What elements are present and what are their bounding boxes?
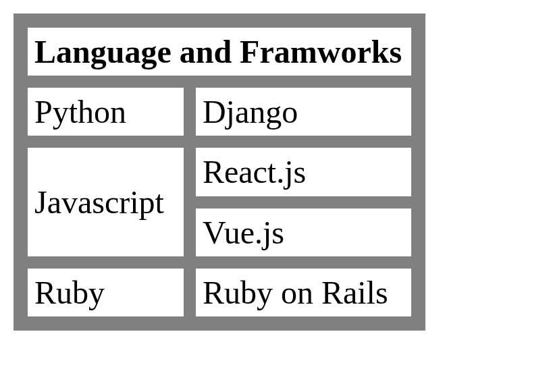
framework-cell: Vue.js (192, 205, 415, 260)
table-row: Python Django (24, 84, 415, 139)
table-row: Javascript React.js (24, 144, 415, 199)
framework-cell: Ruby on Rails (192, 265, 415, 320)
language-cell: Javascript (24, 144, 187, 259)
framework-cell: Django (192, 84, 415, 139)
table-row: Ruby Ruby on Rails (24, 265, 415, 320)
framework-cell: React.js (192, 144, 415, 199)
language-cell: Ruby (24, 265, 187, 320)
language-frameworks-table: Language and Framworks Python Django Jav… (14, 13, 425, 331)
language-cell: Python (24, 84, 187, 139)
table-header: Language and Framworks (24, 24, 415, 79)
